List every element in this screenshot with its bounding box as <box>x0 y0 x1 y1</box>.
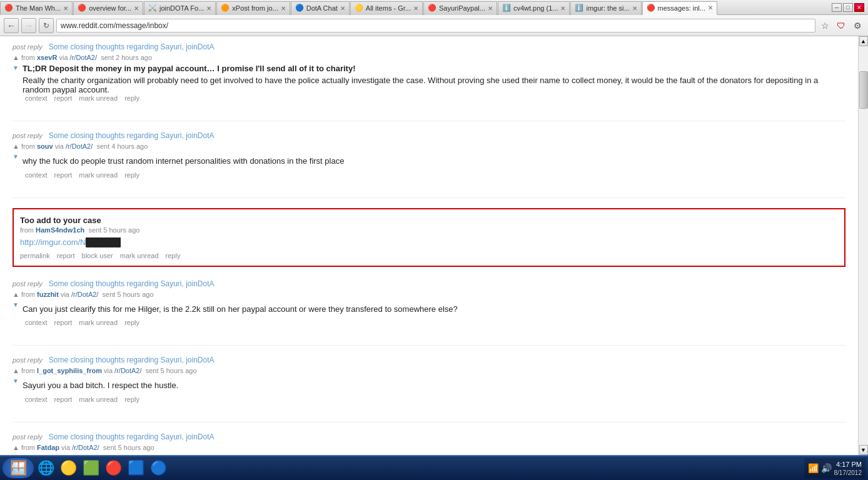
msg-1-action-report[interactable]: report <box>54 94 73 102</box>
scrollbar-up-button[interactable]: ▲ <box>859 36 868 46</box>
msg-2-vote-down[interactable]: ▼ <box>13 154 19 160</box>
minimize-button[interactable]: ─ <box>832 3 842 12</box>
msg-1-vote[interactable]: ▼ <box>13 65 19 94</box>
scrollbar-thumb[interactable] <box>859 71 868 109</box>
tab-5-close[interactable]: ✕ <box>340 5 345 12</box>
msg-2-vote[interactable]: ▼ <box>13 154 19 171</box>
msg-3-link[interactable]: http://imgur.com/N <box>20 238 86 247</box>
tab-10-close[interactable]: ✕ <box>708 4 713 11</box>
msg-2-action-report[interactable]: report <box>54 171 73 179</box>
msg-1-user[interactable]: xsevR <box>37 54 57 61</box>
browser-window: 🔴 The Man Wh... ✕ 🔴 overview for... ✕ ⚔️… <box>0 0 868 480</box>
tab-9-close[interactable]: ✕ <box>632 5 637 12</box>
msg-2-action-markunread[interactable]: mark unread <box>79 171 118 179</box>
msg-3-from: from HamS4ndw1ch sent 5 hours ago <box>20 226 838 234</box>
msg-6-user[interactable]: Fatdap <box>37 444 59 451</box>
msg-4-user[interactable]: fuzzhit <box>37 291 59 298</box>
tab-3-close[interactable]: ✕ <box>206 5 211 12</box>
msg-5-action-reply[interactable]: reply <box>124 396 139 403</box>
msg-1-subject[interactable]: Some closing thoughts regarding Sayuri, … <box>49 42 214 51</box>
tab-10[interactable]: 🔴 messages: inl... ✕ <box>642 1 717 15</box>
msg-1-sent: sent 2 hours ago <box>101 54 152 61</box>
tray-network-icon[interactable]: 📶 <box>808 463 819 473</box>
msg-1-type: post reply <box>13 43 43 51</box>
tab-5[interactable]: 🔵 DotA Chat ✕ <box>291 1 350 15</box>
msg-3-action-markunread[interactable]: mark unread <box>120 252 159 259</box>
taskbar-steam-icon[interactable]: 🟦 <box>125 458 146 478</box>
taskbar-dota-icon[interactable]: 🔴 <box>103 458 124 478</box>
tab-4-favicon: 🟠 <box>221 4 230 12</box>
msg-2-action-reply[interactable]: reply <box>124 171 139 179</box>
msg-3-action-permalink[interactable]: permalink <box>20 252 50 259</box>
msg-4-action-reply[interactable]: reply <box>124 319 139 326</box>
tab-4[interactable]: 🟠 xPost from jo... ✕ <box>216 1 290 15</box>
msg-2-sent: sent 4 hours ago <box>96 142 148 150</box>
reload-button[interactable]: ↻ <box>39 18 54 33</box>
msg-4-vote[interactable]: ▼ <box>13 302 19 319</box>
scrollbar-down-button[interactable]: ▼ <box>859 445 868 455</box>
tab-9[interactable]: ℹ️ imgur: the si... ✕ <box>570 1 641 15</box>
msg-5-action-context[interactable]: context <box>25 396 47 403</box>
tab-8-close[interactable]: ✕ <box>560 5 565 12</box>
msg-5-vote-down[interactable]: ▼ <box>13 378 19 384</box>
tab-3[interactable]: ⚔️ joinDOTA Fo... ✕ <box>144 1 216 15</box>
shield-icon[interactable]: 🛡 <box>834 19 848 32</box>
tab-7-close[interactable]: ✕ <box>488 5 493 12</box>
tab-2[interactable]: 🔴 overview for... ✕ <box>73 1 143 15</box>
msg-5-action-report[interactable]: report <box>54 396 73 403</box>
settings-icon[interactable]: ⚙ <box>850 19 864 32</box>
start-button[interactable]: 🪟 <box>3 458 34 478</box>
msg-3-action-report[interactable]: report <box>57 252 75 259</box>
tab-1-close[interactable]: ✕ <box>63 5 68 12</box>
tab-6-label: All items - Gr... <box>366 4 411 12</box>
bookmark-icon[interactable]: ☆ <box>818 19 832 32</box>
msg-5-user[interactable]: I_got_syphilis_from <box>37 367 102 374</box>
msg-5-vote[interactable]: ▼ <box>13 378 19 396</box>
taskbar-chrome-icon[interactable]: 🌐 <box>35 458 56 478</box>
msg-3-action-reply[interactable]: reply <box>166 252 181 259</box>
maximize-button[interactable]: □ <box>843 3 853 12</box>
msg-4-action-context[interactable]: context <box>25 319 47 326</box>
tab-7[interactable]: 🔴 SayuriPaypal... ✕ <box>423 1 497 15</box>
tab-8[interactable]: ℹ️ cv4wt.png (1... ✕ <box>498 1 570 15</box>
tray-time: 4:17 PM <box>834 460 862 469</box>
scrollbar-track[interactable]: ▲ ▼ <box>858 36 868 455</box>
close-button[interactable]: ✕ <box>854 3 864 12</box>
msg-3-user[interactable]: HamS4ndw1ch <box>36 226 84 234</box>
msg-4-action-markunread[interactable]: mark unread <box>79 319 118 326</box>
back-button[interactable]: ← <box>4 18 19 33</box>
msg-2-body: why the fuck do people trust random inte… <box>23 155 345 168</box>
msg-1-action-markunread[interactable]: mark unread <box>79 94 118 102</box>
taskbar-files-icon[interactable]: 🟩 <box>80 458 101 478</box>
divider-2 <box>13 198 845 198</box>
forward-button[interactable]: → <box>21 18 36 33</box>
msg-5-action-markunread[interactable]: mark unread <box>79 396 118 403</box>
msg-1-action-reply[interactable]: reply <box>124 94 139 102</box>
msg-4-vote-down[interactable]: ▼ <box>13 302 19 308</box>
title-bar: 🔴 The Man Wh... ✕ 🔴 overview for... ✕ ⚔️… <box>0 0 868 15</box>
tab-2-close[interactable]: ✕ <box>134 5 139 12</box>
msg-6-subject[interactable]: Some closing thoughts regarding Sayuri, … <box>49 432 214 441</box>
msg-5-subject[interactable]: Some closing thoughts regarding Sayuri, … <box>49 356 214 364</box>
msg-2-actions: context report mark unread reply <box>13 171 845 179</box>
tab-6-close[interactable]: ✕ <box>413 5 418 12</box>
msg-2-subject[interactable]: Some closing thoughts regarding Sayuri, … <box>49 131 214 140</box>
address-bar[interactable]: www.reddit.com/message/inbox/ <box>56 19 815 32</box>
tray-volume-icon[interactable]: 🔊 <box>821 463 832 473</box>
msg-1-body: TL;DR Deposit the money in my paypal acc… <box>23 64 845 94</box>
msg-2-action-context[interactable]: context <box>25 171 47 179</box>
msg-1-action-context[interactable]: context <box>25 94 47 102</box>
start-icon: 🪟 <box>10 460 27 476</box>
msg-4-subject[interactable]: Some closing thoughts regarding Sayuri, … <box>49 279 214 288</box>
taskbar-skype-icon[interactable]: 🔵 <box>148 458 169 478</box>
tab-6[interactable]: 🟡 All items - Gr... ✕ <box>350 1 423 15</box>
msg-1-actions: context report mark unread reply <box>13 94 845 102</box>
msg-4-action-report[interactable]: report <box>54 319 73 326</box>
tab-1[interactable]: 🔴 The Man Wh... ✕ <box>0 1 73 15</box>
tab-1-favicon: 🔴 <box>4 4 13 12</box>
tab-4-close[interactable]: ✕ <box>281 5 286 12</box>
taskbar-slides-icon[interactable]: 🟡 <box>58 458 79 478</box>
msg-1-vote-down[interactable]: ▼ <box>13 65 19 71</box>
msg-3-action-blockuser[interactable]: block user <box>82 252 113 259</box>
msg-2-user[interactable]: souv <box>37 142 53 150</box>
